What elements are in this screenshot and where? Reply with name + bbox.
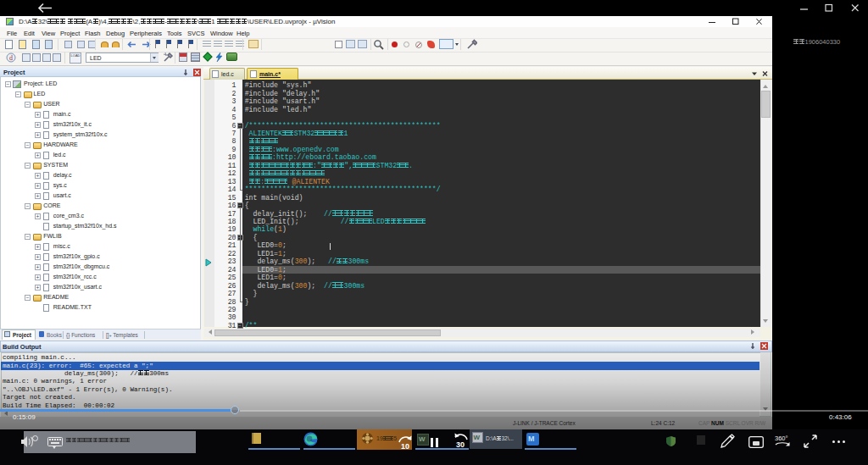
svg-text:d: d (9, 54, 13, 62)
svg-text:10: 10 (401, 442, 409, 451)
